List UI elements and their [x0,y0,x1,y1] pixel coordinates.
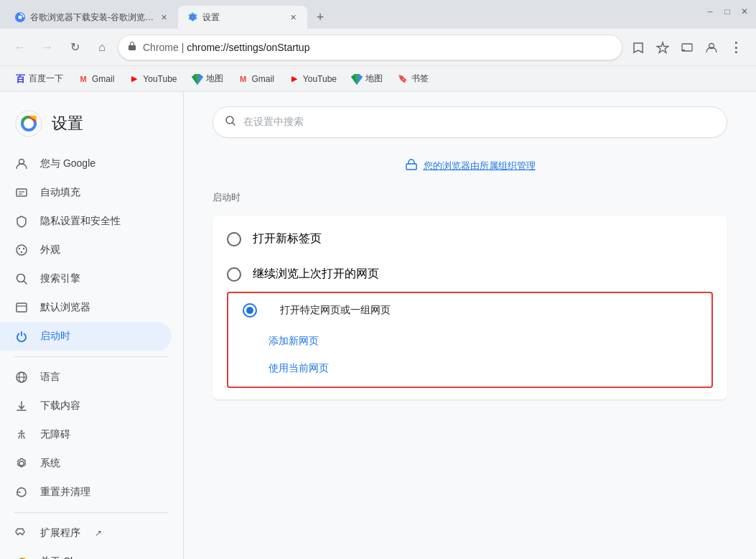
sidebar-reset-label: 重置并清理 [40,486,90,499]
title-bar: 谷歌浏览器下载安装-谷歌浏览器... ✕ 设置 ✕ + – □ ✕ [0,0,756,29]
sidebar-appearance-label: 外观 [40,244,60,257]
bookmark-gmail1[interactable]: M Gmail [72,70,120,88]
startup-options-card: 打开新标签页 继续浏览上次打开的网页 打开特定网页或一组网页 添加新网页 [213,216,727,399]
managed-text: 您的浏览器由所属组织管理 [424,160,536,172]
sidebar-autofill-label: 自动填充 [40,186,80,199]
window-controls: – □ ✕ [704,6,750,17]
option-continue[interactable]: 继续浏览上次打开的网页 [213,257,727,292]
bookmark-youtube2[interactable]: ▶ YouTube [283,70,342,88]
download-icon [14,399,29,413]
radio-specific [243,303,257,318]
profile-button[interactable] [700,36,723,59]
home-button[interactable]: ⌂ [90,36,113,59]
sidebar-startup-label: 启动时 [40,330,70,343]
tab1-title: 谷歌浏览器下载安装-谷歌浏览器... [30,11,154,24]
maximize-button[interactable]: □ [722,6,733,17]
settings-search-bar[interactable]: 在设置中搜索 [213,106,727,138]
reset-icon [14,485,29,499]
bookmark-gmail2[interactable]: M Gmail [232,70,280,88]
svg-point-1 [19,16,22,19]
sidebar-item-search[interactable]: 搜索引擎 [0,264,172,293]
sidebar-item-startup[interactable]: 启动时 [0,322,172,351]
sidebar-item-google[interactable]: 您与 Google [0,149,172,178]
tab-cast-button[interactable] [676,36,699,59]
radio-specific-inner [246,307,253,314]
back-button[interactable]: ← [9,36,32,59]
svg-point-20 [23,248,24,249]
org-managed-bar: 您的浏览器由所属组织管理 [184,152,756,185]
bookmark-maps1[interactable]: 地图 [186,70,229,88]
bookmark-bookmarks[interactable]: 🔖 书签 [391,70,434,88]
svg-line-23 [24,281,27,284]
tab-1[interactable]: 谷歌浏览器下载安装-谷歌浏览器... ✕ [6,6,178,29]
option-new-tab-label: 打开新标签页 [253,231,322,246]
sidebar-google-label: 您与 Google [40,157,95,170]
gmail2-icon: M [238,73,249,85]
sidebar-item-browser[interactable]: 默认浏览器 [0,293,172,322]
accessibility-icon [14,428,29,442]
bookmark-bookmarks-label: 书签 [411,73,429,85]
more-button[interactable]: ⋮ [724,36,747,59]
youtube1-icon: ▶ [129,73,140,85]
bookmark-baidu-label: 百度一下 [29,73,63,85]
tab-2[interactable]: 设置 ✕ [178,6,307,29]
svg-point-18 [17,245,27,255]
option-specific[interactable]: 打开特定网页或一组网页 [228,293,711,328]
tab1-favicon [14,11,26,23]
sidebar: 设置 您与 Google 自动填充 隐私 [0,92,184,559]
forward-button[interactable]: → [36,36,59,59]
option-continue-label: 继续浏览上次打开的网页 [253,267,379,282]
chrome-logo [14,109,43,138]
palette-icon [14,243,29,257]
sidebar-item-about[interactable]: 关于 Chrome [0,548,172,559]
sidebar-title: 设置 [52,113,83,134]
sidebar-item-language[interactable]: 语言 [0,363,172,392]
sidebar-extensions-label: 扩展程序 [40,527,80,540]
nav-actions: ⋮ [627,36,747,59]
settings-search-placeholder: 在设置中搜索 [243,116,304,129]
close-button[interactable]: ✕ [739,6,750,17]
section-title: 启动时 [184,185,756,216]
reload-button[interactable]: ↻ [63,36,86,59]
bookmark-youtube1[interactable]: ▶ YouTube [123,70,182,88]
bookmark-baidu[interactable]: 百 百度一下 [9,70,69,88]
svg-rect-24 [17,303,27,312]
add-new-page-link[interactable]: 添加新网页 [228,328,711,355]
system-icon [14,456,29,471]
bookmark-maps2[interactable]: 地图 [345,70,388,88]
tab2-close[interactable]: ✕ [287,11,299,23]
radio-continue [227,267,241,282]
bookmark-page-button[interactable] [627,36,650,59]
browser-icon [14,300,29,315]
use-current-page-link[interactable]: 使用当前网页 [228,355,711,387]
sidebar-nav: 您与 Google 自动填充 隐私设置和安全性 [0,149,183,559]
address-bar[interactable]: Chrome | chrome://settings/onStartup [118,34,622,60]
svg-rect-3 [682,50,685,51]
sidebar-item-autofill[interactable]: 自动填充 [0,178,172,207]
minimize-button[interactable]: – [704,6,716,17]
search-icon [14,272,29,286]
sidebar-item-appearance[interactable]: 外观 [0,236,172,264]
new-tab-button[interactable]: + [310,7,330,27]
option-new-tab[interactable]: 打开新标签页 [213,221,727,257]
managed-icon [405,158,418,174]
lock-icon [127,41,137,53]
autofill-icon [14,185,29,200]
sidebar-item-extensions[interactable]: 扩展程序 ↗ [0,519,172,548]
sidebar-item-download[interactable]: 下载内容 [0,392,172,420]
address-chrome-label: Chrome [143,42,179,53]
star-button[interactable] [651,36,674,59]
sidebar-item-privacy[interactable]: 隐私设置和安全性 [0,207,172,236]
sidebar-item-system[interactable]: 系统 [0,449,172,478]
address-text: Chrome | chrome://settings/onStartup [143,42,613,53]
svg-point-19 [19,248,20,249]
gmail1-icon: M [78,73,89,85]
sidebar-item-accessibility[interactable]: 无障碍 [0,420,172,449]
bookmarks-icon: 🔖 [397,73,409,85]
maps1-icon [192,73,203,85]
sidebar-item-reset[interactable]: 重置并清理 [0,478,172,507]
sidebar-header: 设置 [0,98,183,149]
settings-search-icon [225,115,236,129]
tab1-close[interactable]: ✕ [158,11,169,23]
bookmarks-bar: 百 百度一下 M Gmail ▶ YouTube 地图 M Gmail ▶ Yo… [0,66,756,92]
